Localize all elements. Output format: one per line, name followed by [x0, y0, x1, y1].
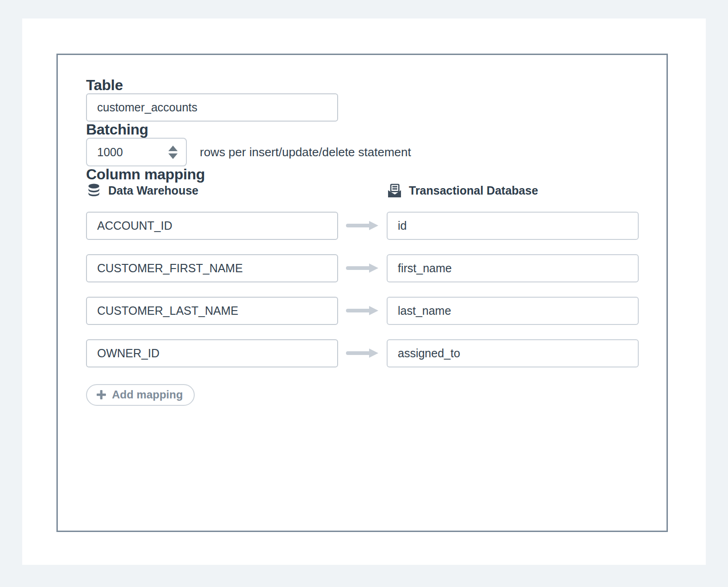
sync-config-panel: Table customer_accounts Batching rows pe… — [56, 54, 668, 532]
batching-section-heading: Batching — [86, 122, 666, 138]
source-column-value: CUSTOMER_LAST_NAME — [97, 304, 310, 318]
source-column-header: Data Warehouse — [86, 183, 387, 199]
target-field-box — [387, 254, 639, 282]
plus-icon — [96, 390, 106, 400]
mapping-row: OWNER_ID — [86, 339, 666, 367]
source-column-select[interactable]: OWNER_ID — [86, 339, 338, 367]
mapping-row: ACCOUNT_ID — [86, 212, 666, 240]
target-field-input[interactable] — [398, 304, 628, 318]
mapping-arrow-icon — [338, 263, 387, 273]
target-field-box — [387, 212, 639, 240]
source-column-title: Data Warehouse — [108, 184, 198, 197]
target-column-header: Transactional Database — [387, 183, 538, 199]
batching-row: rows per insert/update/delete statement — [86, 138, 666, 166]
table-select-value: customer_accounts — [97, 101, 310, 114]
mapping-column-headers: Data Warehouse Transactional Database — [86, 183, 666, 199]
add-mapping-label: Add mapping — [112, 388, 183, 401]
target-field-box — [387, 297, 639, 325]
batch-size-input[interactable] — [97, 146, 148, 159]
target-field-input[interactable] — [398, 262, 628, 275]
source-column-select[interactable]: CUSTOMER_LAST_NAME — [86, 297, 338, 325]
envelope-document-icon — [387, 183, 402, 199]
batch-size-description: rows per insert/update/delete statement — [200, 145, 411, 159]
target-column-title: Transactional Database — [409, 184, 538, 197]
source-column-value: OWNER_ID — [97, 347, 310, 360]
source-column-value: ACCOUNT_ID — [97, 219, 310, 232]
mapping-arrow-icon — [338, 306, 387, 315]
content-card: Table customer_accounts Batching rows pe… — [22, 18, 706, 565]
mapping-arrow-icon — [338, 221, 387, 230]
source-column-select[interactable]: ACCOUNT_ID — [86, 212, 338, 240]
table-section-heading: Table — [86, 77, 666, 93]
batch-size-stepper[interactable] — [168, 146, 178, 159]
stepper-down-icon[interactable] — [168, 153, 178, 159]
source-column-value: CUSTOMER_FIRST_NAME — [97, 262, 310, 275]
stepper-up-icon[interactable] — [168, 146, 178, 151]
batch-size-box — [86, 138, 187, 166]
mapping-row: CUSTOMER_LAST_NAME — [86, 297, 666, 325]
target-field-input[interactable] — [398, 347, 628, 360]
table-select[interactable]: customer_accounts — [86, 93, 338, 122]
add-mapping-button[interactable]: Add mapping — [86, 384, 195, 406]
column-mapping-heading: Column mapping — [86, 166, 666, 183]
target-field-box — [387, 339, 639, 367]
target-field-input[interactable] — [398, 219, 628, 232]
source-column-select[interactable]: CUSTOMER_FIRST_NAME — [86, 254, 338, 282]
database-icon — [86, 183, 102, 199]
mapping-arrow-icon — [338, 349, 387, 358]
mapping-row: CUSTOMER_FIRST_NAME — [86, 254, 666, 282]
